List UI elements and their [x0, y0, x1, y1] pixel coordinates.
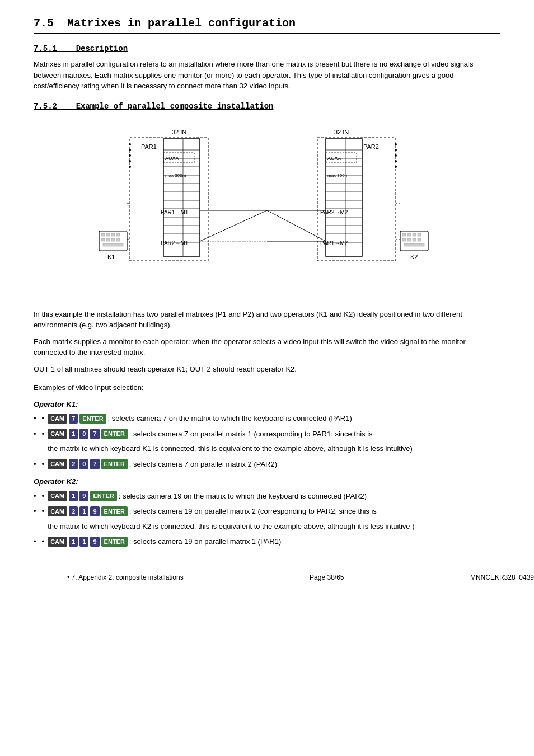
- svg-text:PAR1: PAR1: [141, 143, 157, 150]
- k2-bullet-list: • CAM 1 9 ENTER : selects camera 19 on t…: [34, 491, 500, 547]
- svg-line-46: [200, 210, 267, 241]
- num-key-k2-1-9: 9: [79, 491, 88, 501]
- k2-bullet-2-continuation: the matrix to which keyboard K2 is conne…: [48, 521, 414, 532]
- num-key-k2-2-1: 1: [79, 506, 88, 517]
- svg-text:AUXA: AUXA: [165, 156, 179, 161]
- svg-text:max 300m: max 300m: [327, 173, 349, 178]
- section-title: 7.5 Matrixes in parallel configuration: [34, 17, 500, 34]
- svg-rect-70: [413, 238, 416, 241]
- num-key-k2-3-9: 9: [90, 537, 99, 547]
- num-key-k1-3-7: 7: [90, 459, 99, 469]
- enter-key-k2-1: ENTER: [90, 491, 116, 501]
- svg-rect-56: [106, 238, 110, 241]
- svg-rect-66: [413, 233, 416, 236]
- subsection1-title: 7.5.1 Description: [34, 44, 500, 53]
- operator-k1-label: Operator K1:: [34, 399, 500, 410]
- cam-key-k1-1: CAM: [48, 414, 67, 424]
- num-key-k2-3-1b: 1: [79, 537, 88, 547]
- num-key-k1-2-1: 1: [69, 429, 78, 439]
- parallel-diagram: 32 IN PAR1 AUXA max 300m PAR1→M1 PAR2→M1…: [77, 122, 457, 295]
- svg-point-81: [395, 143, 397, 145]
- k1-bullet-3-text: : selects camera 7 on parallel matrix 2 …: [129, 459, 277, 470]
- svg-rect-54: [116, 233, 120, 236]
- enter-key-k1-1: ENTER: [79, 414, 106, 424]
- diagram-container: 32 IN PAR1 AUXA max 300m PAR1→M1 PAR2→M1…: [34, 122, 500, 295]
- k2-bullet-3: • CAM 1 1 9 ENTER : selects camera 19 on…: [34, 536, 500, 547]
- num-key-k1-3-2: 2: [69, 459, 78, 469]
- svg-line-49: [267, 210, 326, 241]
- svg-text:AUXA: AUXA: [327, 156, 341, 161]
- cam-key-k2-2: CAM: [48, 506, 67, 517]
- svg-rect-57: [111, 238, 115, 241]
- cam-key-k1-2: CAM: [48, 429, 67, 439]
- svg-point-83: [395, 154, 397, 157]
- svg-rect-52: [106, 233, 110, 236]
- k2-bullet-1-text: : selects camera 19 on the matrix to whi…: [119, 491, 367, 502]
- footer-left: • 7. Appendix 2: composite installations: [67, 574, 184, 581]
- operator-k2-label: Operator K2:: [34, 476, 500, 487]
- svg-point-77: [129, 149, 131, 151]
- svg-point-79: [129, 160, 131, 162]
- num-key-k1-3-0: 0: [79, 459, 88, 469]
- svg-rect-53: [111, 233, 115, 236]
- enter-key-k1-3: ENTER: [101, 459, 128, 469]
- body-para1: In this example the installation has two…: [34, 309, 500, 331]
- subsection2-title: 7.5.2 Example of parallel composite inst…: [34, 102, 500, 111]
- k2-bullet-2: • CAM 2 1 9 ENTER : selects camera 19 on…: [34, 506, 500, 532]
- svg-text:32 IN: 32 IN: [334, 129, 349, 135]
- k1-bullet-3: • CAM 2 0 7 ENTER : selects camera 7 on …: [34, 459, 500, 470]
- svg-rect-71: [418, 238, 421, 241]
- enter-key-k1-2: ENTER: [101, 429, 128, 439]
- cam-key-k2-3: CAM: [48, 537, 67, 547]
- num-key-k1-1-7: 7: [69, 414, 78, 424]
- enter-key-k2-3: ENTER: [101, 537, 128, 547]
- body-para3: OUT 1 of all matrixes should reach opera…: [34, 364, 500, 375]
- svg-point-76: [129, 143, 131, 145]
- num-key-k2-3-1a: 1: [69, 537, 78, 547]
- svg-point-85: [395, 166, 397, 168]
- k1-bullet-list: • CAM 7 ENTER : selects camera 7 on the …: [34, 413, 500, 469]
- cam-key-k1-3: CAM: [48, 459, 67, 469]
- footer: • 7. Appendix 2: composite installations…: [34, 570, 534, 581]
- svg-rect-69: [407, 238, 411, 241]
- k1-bullet-1: • CAM 7 ENTER : selects camera 7 on the …: [34, 413, 500, 424]
- num-key-k1-2-7: 7: [90, 429, 99, 439]
- svg-text:PAR1→M1: PAR1→M1: [161, 209, 189, 215]
- svg-text:PAR2: PAR2: [363, 143, 379, 150]
- svg-rect-59: [103, 243, 123, 246]
- footer-center: Page 38/65: [310, 574, 344, 581]
- k1-bullet-2: • CAM 1 0 7 ENTER : selects camera 7 on …: [34, 429, 500, 454]
- num-key-k1-2-0: 0: [79, 429, 88, 439]
- svg-rect-55: [101, 238, 105, 241]
- k1-bullet-1-text: : selects camera 7 on the matrix to whic…: [108, 413, 352, 424]
- enter-key-k2-2: ENTER: [101, 506, 128, 517]
- num-key-k2-1-1: 1: [69, 491, 78, 501]
- k2-bullet-1: • CAM 1 9 ENTER : selects camera 19 on t…: [34, 491, 500, 502]
- svg-text:K1: K1: [107, 253, 115, 260]
- description-para1: Matrixes in parallel configuration refer…: [34, 59, 500, 92]
- svg-text:PAR2→M1: PAR2→M1: [161, 240, 189, 246]
- k1-bullet-2-text: : selects camera 7 on parallel matrix 1 …: [129, 429, 373, 440]
- svg-rect-51: [101, 233, 105, 236]
- num-key-k2-2-2: 2: [69, 506, 78, 517]
- svg-rect-68: [402, 238, 406, 241]
- svg-rect-64: [402, 233, 406, 236]
- svg-text:K2: K2: [410, 253, 418, 260]
- svg-point-82: [395, 149, 397, 151]
- svg-text:32 IN: 32 IN: [172, 129, 186, 135]
- svg-rect-58: [116, 238, 120, 241]
- num-key-k2-2-9: 9: [90, 506, 99, 517]
- svg-point-78: [129, 154, 131, 157]
- svg-rect-67: [418, 233, 421, 236]
- examples-label: Examples of video input selection:: [34, 382, 500, 393]
- svg-point-84: [395, 160, 397, 162]
- svg-rect-65: [407, 233, 411, 236]
- svg-text:max 300m: max 300m: [165, 173, 186, 178]
- cam-key-k2-1: CAM: [48, 491, 67, 501]
- k2-bullet-2-text: : selects camera 19 on parallel matrix 2…: [129, 506, 377, 517]
- k2-bullet-3-text: : selects camera 19 on parallel matrix 1…: [129, 536, 281, 547]
- svg-point-80: [129, 166, 131, 168]
- svg-rect-72: [404, 243, 424, 246]
- body-para2: Each matrix supplies a monitor to each o…: [34, 336, 500, 358]
- footer-right: MNNCEKR328_0439: [470, 574, 534, 581]
